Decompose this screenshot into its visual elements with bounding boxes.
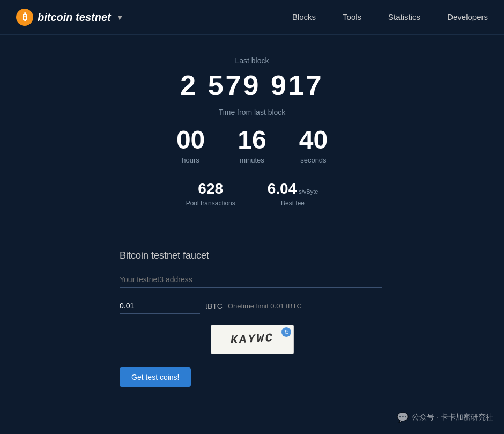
captcha-input[interactable] [120,332,200,347]
minutes-unit: 16 minutes [221,127,282,164]
watermark: 💬 公众号 · 卡卡加密研究社 [397,411,493,423]
nav-statistics[interactable]: Statistics [388,12,420,21]
pool-transactions-value: 628 [198,180,223,197]
seconds-unit: 40 seconds [283,127,344,164]
wechat-icon: 💬 [397,411,409,423]
block-number: 2 579 917 [180,69,323,101]
seconds-value: 40 [299,127,328,153]
stats-row: 628 Pool transactions 6.04 s/vByte Best … [186,180,318,207]
get-coins-button[interactable]: Get test coins! [120,367,191,387]
hours-value: 00 [176,127,205,153]
main-content: Last block 2 579 917 Time from last bloc… [0,35,504,387]
navbar: ₿ bitcoin testnet ▾ Blocks Tools Statist… [0,0,504,35]
captcha-text: KAYWC [230,332,274,347]
site-logo[interactable]: ₿ bitcoin testnet ▾ [16,9,121,26]
captcha-refresh-icon[interactable]: ↻ [281,327,291,337]
minutes-label: minutes [240,156,264,164]
nav-tools[interactable]: Tools [343,12,361,21]
time-from-label: Time from last block [219,108,286,116]
captcha-row: KAYWC ↻ [120,325,388,354]
address-input[interactable] [120,272,382,288]
chevron-down-icon[interactable]: ▾ [117,13,121,21]
best-fee-value-row: 6.04 s/vByte [268,180,318,197]
captcha-image[interactable]: KAYWC ↻ [211,325,294,354]
nav-developers[interactable]: Developers [447,12,488,21]
pool-transactions-stat: 628 Pool transactions [186,180,235,207]
hours-unit: 00 hours [160,127,221,164]
amount-input[interactable] [120,298,200,314]
faucet-title: Bitcoin testnet faucet [120,250,388,261]
currency-label: tBTC [205,302,223,311]
time-display: 00 hours 16 minutes 40 seconds [160,127,344,164]
best-fee-label: Best fee [281,200,305,207]
best-fee-stat: 6.04 s/vByte Best fee [268,180,318,207]
minutes-value: 16 [238,127,266,153]
bitcoin-icon: ₿ [16,9,33,26]
logo-text: bitcoin testnet [38,11,111,24]
watermark-text: 公众号 · 卡卡加密研究社 [412,413,493,422]
seconds-label: seconds [300,156,326,164]
pool-transactions-label: Pool transactions [186,200,235,207]
best-fee-unit: s/vByte [299,188,318,195]
last-block-label: Last block [235,56,269,65]
faucet-section: Bitcoin testnet faucet tBTC Onetime limi… [120,250,388,387]
nav-links: Blocks Tools Statistics Developers [292,12,488,22]
best-fee-value: 6.04 [268,180,297,197]
limit-text: Onetime limit 0.01 tBTC [228,302,302,310]
amount-row: tBTC Onetime limit 0.01 tBTC [120,298,388,314]
nav-blocks[interactable]: Blocks [292,12,316,21]
hours-label: hours [182,156,199,164]
